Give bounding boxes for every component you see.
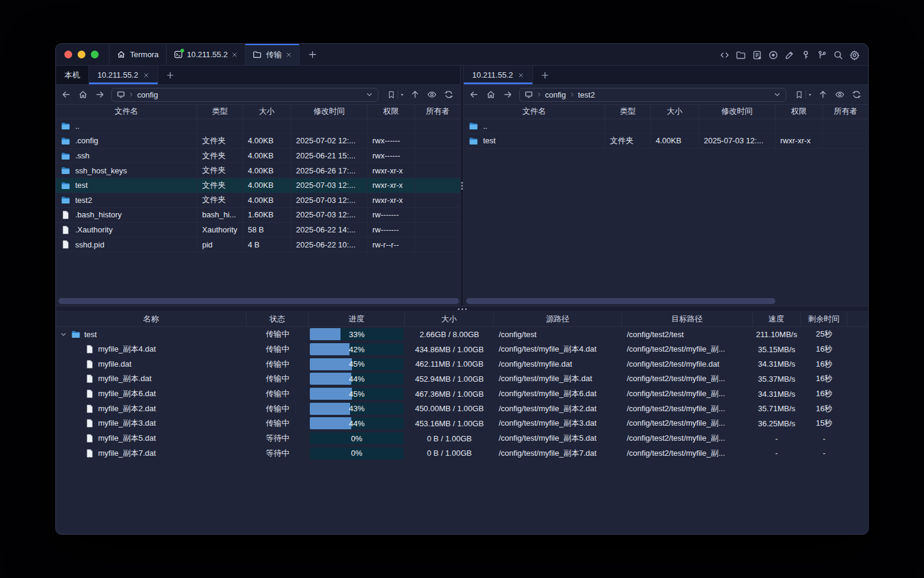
edit-icon bbox=[784, 50, 795, 60]
column-header[interactable]: 所有者 bbox=[415, 105, 460, 119]
file-type: Xauthority bbox=[202, 225, 238, 234]
file-row[interactable]: .bash_historybash_hi...1.60KB2025-07-03 … bbox=[56, 208, 460, 223]
transfer-eta-cell: 15秒 bbox=[801, 416, 848, 431]
horizontal-scrollbar-thumb[interactable] bbox=[58, 298, 459, 304]
log-button[interactable] bbox=[752, 48, 762, 62]
transfer-progress-cell: 44% bbox=[309, 371, 405, 387]
column-header[interactable]: 权限 bbox=[775, 105, 823, 119]
close-tab-icon[interactable] bbox=[143, 72, 149, 78]
horizontal-splitter[interactable] bbox=[56, 306, 868, 312]
address-bar[interactable]: config bbox=[111, 88, 378, 102]
transfer-row[interactable]: myfile.dat传输中45%462.11MB / 1.00GB/config… bbox=[56, 356, 868, 371]
column-header[interactable]: 大小 bbox=[651, 105, 699, 119]
panel-tab-10-211-55-2[interactable]: 10.211.55.2 bbox=[464, 66, 533, 84]
refresh-button[interactable] bbox=[849, 87, 864, 102]
file-row[interactable]: ssh_host_keys文件夹4.00KB2025-06-26 17:...r… bbox=[56, 163, 460, 178]
source-path: /config/test/myfile_副本3.dat bbox=[499, 418, 597, 429]
file-row[interactable]: test2文件夹4.00KB2025-07-03 12:...rwxr-xr-x bbox=[56, 193, 460, 208]
path-segment[interactable]: config bbox=[545, 90, 566, 99]
column-header[interactable]: 大小 bbox=[405, 312, 494, 326]
column-header[interactable]: 目标路径 bbox=[622, 312, 753, 326]
up-directory-button[interactable] bbox=[407, 87, 423, 102]
record-button[interactable] bbox=[768, 48, 778, 62]
column-header[interactable]: 大小 bbox=[243, 105, 291, 119]
file-row[interactable]: .. bbox=[56, 119, 460, 134]
column-header[interactable]: 文件名 bbox=[464, 105, 605, 119]
address-dropdown-icon[interactable] bbox=[774, 91, 781, 98]
close-tab-icon[interactable] bbox=[232, 52, 238, 58]
forward-button[interactable] bbox=[500, 87, 516, 102]
file-row[interactable]: sshd.pidpid4 B2025-06-22 10:...rw-r--r-- bbox=[56, 237, 460, 252]
transfer-panel: 名称状态进度大小源路径目标路径速度剩余时间test传输中33%2.66GB / … bbox=[56, 312, 868, 534]
code-button[interactable] bbox=[719, 48, 730, 62]
expand-chevron-icon[interactable] bbox=[60, 331, 67, 338]
column-header[interactable]: 类型 bbox=[605, 105, 651, 119]
search-button[interactable] bbox=[833, 48, 843, 62]
close-window-button[interactable] bbox=[64, 51, 72, 58]
file-row[interactable]: test文件夹4.00KB2025-07-03 12:...rwxr-xr-x bbox=[56, 178, 460, 193]
minimize-window-button[interactable] bbox=[78, 51, 85, 58]
new-panel-tab-button[interactable] bbox=[533, 66, 557, 84]
column-header[interactable]: 速度 bbox=[753, 312, 801, 326]
close-tab-icon[interactable] bbox=[286, 52, 292, 58]
window-tab-home[interactable]: Termora bbox=[109, 44, 167, 65]
close-tab-icon[interactable] bbox=[518, 72, 524, 78]
settings-button[interactable] bbox=[849, 48, 860, 62]
back-button[interactable] bbox=[466, 87, 482, 102]
back-button[interactable] bbox=[58, 87, 74, 102]
panel-tab-本机[interactable]: 本机 bbox=[56, 66, 89, 84]
transfer-row[interactable]: myfile_副本.dat传输中44%452.94MB / 1.00GB/con… bbox=[56, 371, 868, 387]
branch-button[interactable] bbox=[817, 48, 827, 62]
column-header[interactable]: 所有者 bbox=[823, 105, 868, 119]
show-hidden-button[interactable] bbox=[832, 87, 848, 102]
address-bar[interactable]: configtest2 bbox=[519, 88, 786, 102]
file-row[interactable]: .ssh文件夹4.00KB2025-06-21 15:...rwx------ bbox=[56, 149, 460, 164]
column-header[interactable]: 剩余时间 bbox=[801, 312, 848, 326]
file-row[interactable]: .config文件夹4.00KB2025-07-02 12:...rwx----… bbox=[56, 134, 460, 149]
address-dropdown-icon[interactable] bbox=[366, 91, 373, 98]
column-header[interactable]: 修改时间 bbox=[291, 105, 368, 119]
column-header[interactable]: 文件名 bbox=[56, 105, 197, 119]
window-tab-10-211-55-2[interactable]: 10.211.55.2 bbox=[167, 44, 246, 65]
bookmark-button[interactable] bbox=[792, 87, 814, 102]
show-hidden-button[interactable] bbox=[424, 87, 440, 102]
size-text: 462.11MB / 1.00GB bbox=[415, 359, 483, 368]
file-row[interactable]: .. bbox=[464, 119, 868, 134]
column-header[interactable]: 修改时间 bbox=[699, 105, 775, 119]
home-button[interactable] bbox=[75, 87, 91, 102]
column-header[interactable]: 进度 bbox=[309, 312, 405, 326]
transfer-row[interactable]: myfile_副本5.dat等待中0%0 B / 1.00GB/config/t… bbox=[56, 431, 868, 446]
zoom-window-button[interactable] bbox=[91, 51, 99, 58]
column-header[interactable]: 类型 bbox=[197, 105, 243, 119]
home-button[interactable] bbox=[483, 87, 499, 102]
transfer-row[interactable]: myfile_副本4.dat传输中42%434.86MB / 1.00GB/co… bbox=[56, 342, 868, 357]
new-panel-tab-button[interactable] bbox=[158, 66, 182, 84]
path-segment[interactable]: test2 bbox=[578, 90, 595, 99]
transfer-row[interactable]: myfile_副本2.dat传输中43%450.00MB / 1.00GB/co… bbox=[56, 401, 868, 416]
speed-text: 34.31MB/s bbox=[758, 390, 795, 399]
transfer-row[interactable]: myfile_副本7.dat等待中0%0 B / 1.00GB/config/t… bbox=[56, 446, 868, 461]
forward-button[interactable] bbox=[92, 87, 108, 102]
bookmark-button[interactable] bbox=[384, 87, 406, 102]
column-header[interactable]: 权限 bbox=[368, 105, 415, 119]
transfer-row[interactable]: test传输中33%2.66GB / 8.00GB/config/test/co… bbox=[56, 327, 868, 342]
transfer-row[interactable]: myfile_副本6.dat传输中45%467.36MB / 1.00GB/co… bbox=[56, 387, 868, 402]
horizontal-scrollbar-thumb[interactable] bbox=[466, 298, 775, 304]
keys-button[interactable] bbox=[801, 48, 811, 62]
file-row[interactable]: test文件夹4.00KB2025-07-03 12:...rwxr-xr-x bbox=[464, 134, 868, 149]
transfer-eta-cell: 25秒 bbox=[801, 327, 848, 342]
column-header[interactable]: 状态 bbox=[247, 312, 309, 326]
panel-tab-10-211-55-2[interactable]: 10.211.55.2 bbox=[89, 66, 158, 84]
path-segment[interactable]: config bbox=[137, 90, 158, 99]
edit-button[interactable] bbox=[784, 48, 795, 62]
folders-button[interactable] bbox=[736, 48, 746, 62]
new-tab-button[interactable] bbox=[300, 44, 325, 65]
transfer-row[interactable]: myfile_副本3.dat传输中44%453.16MB / 1.00GB/co… bbox=[56, 416, 868, 431]
up-directory-button[interactable] bbox=[815, 87, 831, 102]
window-tab---[interactable]: 传输 bbox=[245, 44, 300, 65]
refresh-button[interactable] bbox=[441, 87, 457, 102]
transfer-target-cell: /config/test2/test/myfile.dat bbox=[622, 356, 753, 371]
column-header[interactable]: 源路径 bbox=[494, 312, 622, 326]
file-row[interactable]: .XauthorityXauthority58 B2025-06-22 14:.… bbox=[56, 223, 460, 238]
column-header[interactable]: 名称 bbox=[56, 312, 247, 326]
